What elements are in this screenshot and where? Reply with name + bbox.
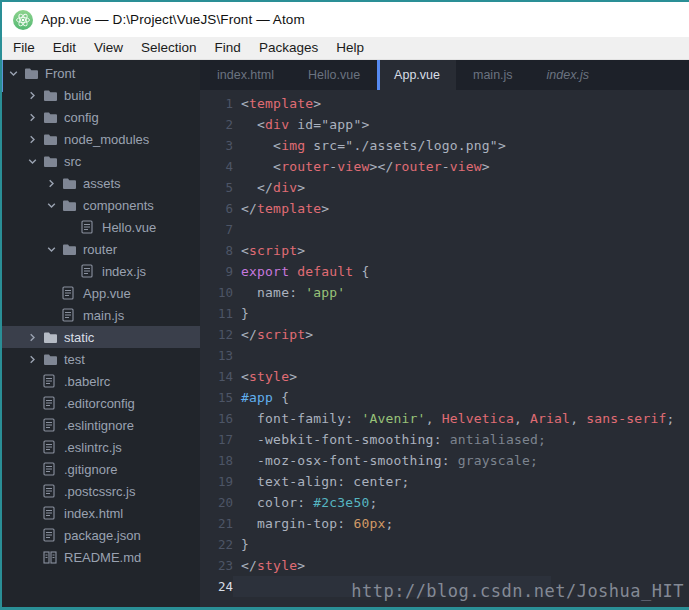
menu-help[interactable]: Help xyxy=(327,37,373,59)
code-line-8[interactable]: 8<script> xyxy=(200,240,689,261)
folder-icon xyxy=(43,133,63,146)
line-number: 20 xyxy=(200,495,233,510)
tree-item-router[interactable]: router xyxy=(2,238,200,260)
tree-item-label: .editorconfig xyxy=(63,396,135,411)
file-icon xyxy=(43,418,63,432)
tree-item-index.js[interactable]: index.js xyxy=(2,260,200,282)
tree-item-assets[interactable]: assets xyxy=(2,172,200,194)
code-line-2[interactable]: 2 <div id="app"> xyxy=(200,114,689,135)
tree-item-label: config xyxy=(63,110,99,125)
chevron-right-icon[interactable] xyxy=(28,113,43,122)
file-icon xyxy=(43,396,63,410)
tree-item-package.json[interactable]: package.json xyxy=(2,524,200,546)
tree-item-App.vue[interactable]: App.vue xyxy=(2,282,200,304)
chevron-down-icon[interactable] xyxy=(28,157,43,166)
line-number: 9 xyxy=(200,264,233,279)
file-icon xyxy=(62,286,82,300)
code-line-19[interactable]: 19 text-align: center; xyxy=(200,471,689,492)
tree-item-.postcssrc.js[interactable]: .postcssrc.js xyxy=(2,480,200,502)
code-editor[interactable]: 1<template>2 <div id="app">3 <img src=".… xyxy=(200,90,689,609)
tree-item-test[interactable]: test xyxy=(2,348,200,370)
code-line-4[interactable]: 4 <router-view></router-view> xyxy=(200,156,689,177)
code-line-24[interactable]: 24 xyxy=(200,576,689,597)
menu-find[interactable]: Find xyxy=(206,37,250,59)
code-line-18[interactable]: 18 -moz-osx-font-smoothing: grayscale; xyxy=(200,450,689,471)
tree-item-.babelrc[interactable]: .babelrc xyxy=(2,370,200,392)
code-text: color: #2c3e50; xyxy=(233,495,377,510)
code-text: margin-top: 60px; xyxy=(233,516,394,531)
code-line-17[interactable]: 17 -webkit-font-smoothing: antialiased; xyxy=(200,429,689,450)
chevron-right-icon[interactable] xyxy=(47,179,62,188)
chevron-right-icon[interactable] xyxy=(28,355,43,364)
tab-index.html[interactable]: index.html xyxy=(200,60,291,90)
tree-item-.editorconfig[interactable]: .editorconfig xyxy=(2,392,200,414)
code-line-6[interactable]: 6</template> xyxy=(200,198,689,219)
line-number: 3 xyxy=(200,138,233,153)
title-bar: App.vue — D:\Project\VueJS\Front — Atom xyxy=(2,2,689,37)
code-line-12[interactable]: 12</script> xyxy=(200,324,689,345)
menu-view[interactable]: View xyxy=(85,37,132,59)
tree-item-config[interactable]: config xyxy=(2,106,200,128)
chevron-right-icon[interactable] xyxy=(28,91,43,100)
main-area: Frontbuildconfignode_modulessrcassetscom… xyxy=(2,60,689,609)
tree-item-Front[interactable]: Front xyxy=(2,62,200,84)
code-line-22[interactable]: 22} xyxy=(200,534,689,555)
chevron-right-icon[interactable] xyxy=(28,135,43,144)
tree-item-.eslintignore[interactable]: .eslintignore xyxy=(2,414,200,436)
tree-item-Hello.vue[interactable]: Hello.vue xyxy=(2,216,200,238)
tree-item-README.md[interactable]: README.md xyxy=(2,546,200,568)
tab-main.js[interactable]: main.js xyxy=(456,60,530,90)
chevron-down-icon[interactable] xyxy=(9,69,24,78)
code-text: <style> xyxy=(233,369,297,384)
code-text: } xyxy=(233,537,249,552)
menu-packages[interactable]: Packages xyxy=(250,37,327,59)
tree-item-label: .eslintignore xyxy=(63,418,134,433)
code-line-5[interactable]: 5 </div> xyxy=(200,177,689,198)
tab-index.js[interactable]: index.js xyxy=(530,60,606,90)
code-text: <img src="./assets/logo.png"> xyxy=(233,138,506,153)
tree-item-build[interactable]: build xyxy=(2,84,200,106)
tree-item-node_modules[interactable]: node_modules xyxy=(2,128,200,150)
tree-item-static[interactable]: static xyxy=(2,326,200,348)
tree-item-label: .eslintrc.js xyxy=(63,440,122,455)
tree-view: Frontbuildconfignode_modulessrcassetscom… xyxy=(2,60,200,609)
menu-selection[interactable]: Selection xyxy=(132,37,206,59)
code-line-23[interactable]: 23</style> xyxy=(200,555,689,576)
code-text: <template> xyxy=(233,96,321,111)
code-line-1[interactable]: 1<template> xyxy=(200,93,689,114)
code-line-11[interactable]: 11} xyxy=(200,303,689,324)
chevron-right-icon[interactable] xyxy=(28,333,43,342)
code-line-9[interactable]: 9export default { xyxy=(200,261,689,282)
menu-edit[interactable]: Edit xyxy=(44,37,85,59)
code-line-3[interactable]: 3 <img src="./assets/logo.png"> xyxy=(200,135,689,156)
tree-scroll-indicator[interactable] xyxy=(2,60,3,92)
tree-item-main.js[interactable]: main.js xyxy=(2,304,200,326)
tree-item-index.html[interactable]: index.html xyxy=(2,502,200,524)
line-number: 16 xyxy=(200,411,233,426)
code-line-14[interactable]: 14<style> xyxy=(200,366,689,387)
tree-item-.eslintrc.js[interactable]: .eslintrc.js xyxy=(2,436,200,458)
tab-Hello.vue[interactable]: Hello.vue xyxy=(291,60,377,90)
code-line-15[interactable]: 15#app { xyxy=(200,387,689,408)
menu-bar: FileEditViewSelectionFindPackagesHelp xyxy=(2,37,689,60)
folder-icon xyxy=(62,243,82,256)
folder-icon xyxy=(43,155,63,168)
code-line-21[interactable]: 21 margin-top: 60px; xyxy=(200,513,689,534)
code-line-10[interactable]: 10 name: 'app' xyxy=(200,282,689,303)
tree-item-label: node_modules xyxy=(63,132,149,147)
code-line-13[interactable]: 13 xyxy=(200,345,689,366)
file-icon xyxy=(43,484,63,498)
tree-item-src[interactable]: src xyxy=(2,150,200,172)
line-number: 12 xyxy=(200,327,233,342)
tree-item-components[interactable]: components xyxy=(2,194,200,216)
chevron-down-icon[interactable] xyxy=(47,201,62,210)
tab-App.vue[interactable]: App.vue xyxy=(377,60,456,90)
tree-item-.gitignore[interactable]: .gitignore xyxy=(2,458,200,480)
folder-icon xyxy=(62,199,82,212)
chevron-down-icon[interactable] xyxy=(47,245,62,254)
menu-file[interactable]: File xyxy=(4,37,44,59)
code-line-7[interactable]: 7 xyxy=(200,219,689,240)
code-line-16[interactable]: 16 font-family: 'Avenir', Helvetica, Ari… xyxy=(200,408,689,429)
code-line-20[interactable]: 20 color: #2c3e50; xyxy=(200,492,689,513)
line-number: 18 xyxy=(200,453,233,468)
